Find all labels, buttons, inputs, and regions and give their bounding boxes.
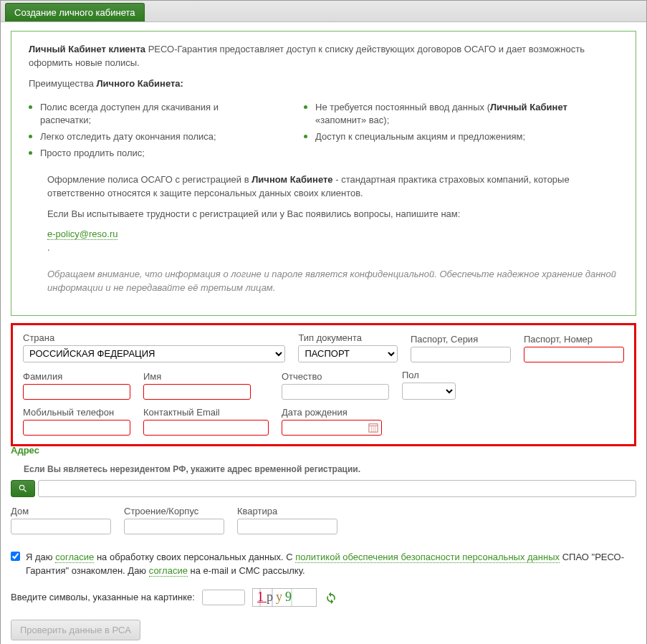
- adv-prefix: Преимущества: [29, 78, 97, 89]
- ct4: на e-mail и СМС рассылку.: [188, 565, 305, 576]
- apartment-field: Квартира: [237, 506, 337, 534]
- consent-checkbox[interactable]: [11, 552, 20, 561]
- lastname-label: Фамилия: [23, 371, 130, 382]
- dob-input[interactable]: [282, 420, 382, 436]
- confidentiality-note: Обращаем внимание, что информация о логи…: [47, 268, 618, 295]
- check-rsa-button[interactable]: Проверить данные в РСА: [11, 620, 140, 640]
- tab-create-account[interactable]: Создание личного кабинета: [5, 3, 145, 21]
- building-field: Строение/Корпус: [124, 506, 224, 534]
- br1a: Не требуется постоянный ввод данных (: [315, 102, 490, 112]
- email-label: Контактный Email: [143, 407, 269, 418]
- consent-text: Я даю согласие на обработку своих персон…: [26, 550, 636, 578]
- house-input[interactable]: [11, 519, 111, 534]
- info-box: Личный Кабинет клиента РЕСО-Гарантия пре…: [11, 31, 636, 316]
- consent-row: Я даю согласие на обработку своих персон…: [11, 550, 636, 578]
- advantages-label: Преимущества Личного Кабинета:: [29, 77, 618, 91]
- phone-field: Мобильный телефон: [23, 407, 130, 436]
- panel-content: Личный Кабинет клиента РЕСО-Гарантия пре…: [1, 22, 646, 644]
- country-field: Страна РОССИЙСКАЯ ФЕДЕРАЦИЯ: [23, 332, 285, 362]
- middlename-label: Отчество: [282, 371, 389, 382]
- contact-email-field: Контактный Email: [143, 407, 269, 436]
- info-sub: Оформление полиса ОСАГО с регистрацией в…: [47, 173, 618, 255]
- address-section-label: Адрес: [11, 445, 636, 456]
- captcha-char: y: [276, 590, 285, 605]
- country-select[interactable]: РОССИЙСКАЯ ФЕДЕРАЦИЯ: [23, 345, 285, 362]
- firstname-input[interactable]: [143, 384, 251, 400]
- gender-select[interactable]: [402, 383, 456, 400]
- apartment-input[interactable]: [237, 519, 337, 534]
- dob-label: Дата рождения: [282, 407, 382, 418]
- dob-field: Дата рождения: [282, 407, 382, 436]
- doctype-label: Тип документа: [298, 332, 398, 343]
- benefit-item: Полис всегда доступен для скачивания и р…: [29, 101, 254, 128]
- lastname-input[interactable]: [23, 384, 130, 400]
- p2a: Оформление полиса ОСАГО с регистрацией в: [47, 174, 251, 185]
- address-hint: Если Вы являетесь нерезидентом РФ, укажи…: [24, 464, 636, 474]
- number-label: Паспорт, Номер: [524, 334, 624, 345]
- required-fields-frame: Страна РОССИЙСКАЯ ФЕДЕРАЦИЯ Тип документ…: [11, 323, 636, 446]
- gender-field: Пол: [402, 370, 456, 400]
- ct2: на обработку своих персональных данных. …: [94, 552, 295, 562]
- contact-email-input[interactable]: [143, 420, 269, 436]
- privacy-policy-link[interactable]: политикой обеспечения безопасности персо…: [295, 552, 560, 563]
- captcha-image: 1 p y 9: [252, 588, 317, 607]
- apartment-label: Квартира: [237, 506, 337, 516]
- tab-bar: Создание личного кабинета: [1, 1, 646, 22]
- phone-input[interactable]: [23, 420, 130, 436]
- house-label: Дом: [11, 506, 111, 516]
- doctype-field: Тип документа ПАСПОРТ: [298, 332, 398, 362]
- benefit-item: Просто продлить полис;: [29, 147, 254, 160]
- address-search-input[interactable]: [38, 480, 636, 497]
- captcha-input[interactable]: [202, 590, 245, 605]
- gender-label: Пол: [402, 370, 456, 380]
- passport-series-input[interactable]: [411, 347, 511, 362]
- doctype-select[interactable]: ПАСПОРТ: [298, 345, 398, 362]
- building-input[interactable]: [124, 519, 224, 534]
- refresh-icon[interactable]: [324, 590, 338, 605]
- search-icon: [18, 484, 28, 494]
- firstname-field: Имя: [143, 371, 251, 400]
- consent-link-2[interactable]: согласие: [149, 565, 188, 577]
- address-search-row: [11, 480, 636, 497]
- benefits-left: Полис всегда доступен для скачивания и р…: [29, 98, 254, 163]
- passport-number-input[interactable]: [524, 347, 624, 362]
- dot: .: [47, 241, 618, 255]
- support-email-link[interactable]: e-policy@reso.ru: [47, 229, 118, 240]
- captcha-char: 1: [257, 590, 267, 605]
- middlename-field: Отчество: [282, 371, 389, 400]
- captcha-label: Введите символы, указанные на картинке:: [11, 592, 195, 602]
- ct1: Я даю: [26, 552, 55, 562]
- benefit-item: Легко отследить дату окончания полиса;: [29, 130, 254, 144]
- p2b: Личном Кабинете: [251, 174, 332, 185]
- intro-strong: Личный Кабинет клиента: [29, 44, 145, 54]
- lastname-field: Фамилия: [23, 371, 130, 400]
- building-label: Строение/Корпус: [124, 506, 224, 516]
- benefits-columns: Полис всегда доступен для скачивания и р…: [29, 98, 618, 163]
- para-practice: Оформление полиса ОСАГО с регистрацией в…: [47, 173, 618, 201]
- adv-strong: Личного Кабинета:: [97, 78, 183, 89]
- br1b: Личный Кабинет: [490, 102, 567, 112]
- middlename-input[interactable]: [282, 384, 389, 400]
- house-field: Дом: [11, 506, 111, 534]
- series-label: Паспорт, Серия: [411, 334, 511, 345]
- captcha-char: 9: [285, 590, 294, 605]
- firstname-label: Имя: [143, 371, 251, 382]
- registration-panel: Создание личного кабинета Личный Кабинет…: [0, 0, 647, 644]
- address-search-button[interactable]: [11, 480, 35, 497]
- intro-paragraph: Личный Кабинет клиента РЕСО-Гарантия пре…: [29, 43, 618, 70]
- br1c: «запомнит» вас);: [315, 115, 389, 125]
- benefits-right: Не требуется постоянный ввод данных (Лич…: [304, 98, 618, 163]
- phone-label: Мобильный телефон: [23, 407, 130, 418]
- country-label: Страна: [23, 332, 285, 343]
- consent-link-1[interactable]: согласие: [55, 552, 94, 563]
- captcha-char: p: [267, 590, 276, 605]
- captcha-row: Введите символы, указанные на картинке: …: [11, 588, 636, 607]
- passport-number-field: Паспорт, Номер: [524, 334, 624, 362]
- passport-series-field: Паспорт, Серия: [411, 334, 511, 362]
- benefit-item: Доступ к специальным акциям и предложени…: [304, 130, 618, 144]
- benefit-item: Не требуется постоянный ввод данных (Лич…: [304, 101, 618, 128]
- para-help: Если Вы испытываете трудности с регистра…: [47, 208, 618, 221]
